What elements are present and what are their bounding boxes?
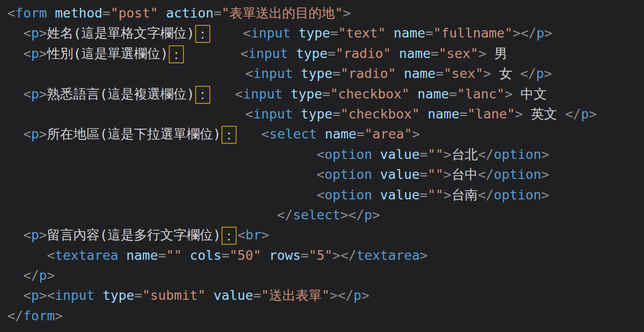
- code-token-str: "表單送出的目的地": [221, 5, 343, 20]
- code-token-text: [261, 248, 269, 263]
- code-token-text: [7, 106, 245, 121]
- code-token-text: [372, 167, 380, 182]
- code-token-punct: =: [449, 86, 457, 101]
- code-token-tag: option: [494, 187, 542, 202]
- code-line: <option value="">台南</option>: [7, 185, 644, 205]
- code-token-tag: textarea: [55, 248, 119, 263]
- code-token-punct: =: [221, 248, 229, 263]
- code-line: <p>性別(這是單選欄位)： <input type="radio" name=…: [7, 43, 644, 63]
- code-token-punct: <: [245, 106, 253, 121]
- code-token-punct: <: [317, 167, 324, 182]
- code-token-attr: type: [296, 46, 327, 61]
- code-token-tag: form: [23, 308, 55, 323]
- code-token-text: [7, 25, 23, 40]
- code-token-text: [211, 25, 243, 40]
- code-token-attr: value: [380, 147, 420, 162]
- code-token-punct: >: [333, 248, 341, 263]
- code-token-punct: =: [214, 5, 221, 20]
- code-token-tag: input: [251, 25, 290, 40]
- code-token-text: 台北: [451, 147, 478, 162]
- code-token-punct: >: [483, 66, 491, 81]
- code-token-punct: >: [443, 167, 451, 182]
- code-token-punct: <: [47, 248, 55, 263]
- code-token-punct: =: [333, 66, 341, 81]
- code-token-str: "50": [229, 248, 261, 263]
- code-token-punct: >: [39, 86, 47, 101]
- code-token-punct: =: [327, 46, 335, 61]
- code-token-str: "送出表單": [261, 288, 330, 303]
- code-token-tag: p: [536, 66, 544, 81]
- code-token-punct: <: [235, 86, 243, 101]
- unicode-highlight-box: ：: [221, 227, 237, 245]
- unicode-highlight-box: ：: [195, 25, 210, 43]
- code-token-text: 女: [491, 66, 521, 81]
- code-token-punct: >: [515, 106, 523, 121]
- code-token-text: [7, 167, 317, 182]
- code-token-punct: <: [23, 126, 31, 141]
- code-line: <input type="radio" name="sex"> 女 </p>: [7, 63, 644, 83]
- code-token-text: [185, 46, 241, 61]
- code-token-text: [7, 248, 47, 263]
- code-token-text: 熟悉語言(這是複選欄位): [47, 86, 195, 101]
- code-token-tag: option: [494, 167, 542, 182]
- code-line: <p>熟悉語言(這是複選欄位)： <input type="checkbox" …: [7, 84, 644, 104]
- code-token-attr: value: [380, 167, 420, 182]
- code-token-text: [7, 147, 317, 162]
- code-token-str: "": [166, 248, 182, 263]
- code-token-text: [211, 86, 235, 101]
- code-token-str: "radio": [336, 46, 391, 61]
- code-token-tag: p: [581, 106, 589, 121]
- code-token-punct: =: [460, 106, 467, 121]
- code-token-punct: >: [443, 147, 451, 162]
- code-token-punct: =: [436, 66, 443, 81]
- code-token-punct: >: [39, 288, 47, 303]
- code-token-punct: =: [102, 5, 110, 20]
- code-token-tag: p: [31, 46, 39, 61]
- code-line: <option value="">台北</option>: [7, 144, 644, 164]
- code-token-punct: <: [262, 126, 269, 141]
- unicode-highlight-box: ：: [195, 86, 210, 104]
- code-token-str: "lane": [467, 106, 515, 121]
- code-token-punct: </: [565, 106, 581, 121]
- code-line: <p>姓名(這是單格文字欄位)： <input type="text" name…: [7, 23, 644, 43]
- code-token-punct: >: [478, 46, 486, 61]
- code-token-text: [288, 46, 296, 61]
- code-line: <form method="post" action="表單送出的目的地">: [7, 3, 644, 23]
- code-token-text: [205, 288, 213, 303]
- code-token-text: [282, 86, 290, 101]
- code-token-punct: </: [478, 187, 494, 202]
- code-token-punct: </: [7, 308, 23, 323]
- code-token-str: "checkbox": [330, 86, 410, 101]
- code-token-punct: =: [301, 248, 309, 263]
- code-token-str: "text": [338, 25, 386, 40]
- code-token-punct: =: [134, 288, 142, 303]
- unicode-highlight-box: ：: [169, 45, 184, 63]
- code-token-text: [420, 106, 427, 121]
- code-token-punct: >: [47, 268, 55, 283]
- code-token-attr: type: [299, 25, 330, 40]
- code-token-punct: =: [420, 187, 427, 202]
- code-token-tag: input: [253, 106, 293, 121]
- code-token-text: 英文: [523, 106, 565, 121]
- code-token-text: [158, 5, 166, 20]
- code-token-punct: =: [431, 46, 439, 61]
- code-token-str: "": [428, 167, 444, 182]
- code-token-attr: name: [418, 86, 449, 101]
- code-token-tag: p: [31, 288, 39, 303]
- code-token-punct: >: [372, 207, 380, 222]
- code-token-attr: value: [380, 187, 420, 202]
- code-token-tag: p: [354, 288, 362, 303]
- code-token-punct: >: [39, 227, 47, 242]
- code-token-text: [182, 248, 190, 263]
- code-token-punct: =: [333, 106, 341, 121]
- code-token-attr: name: [394, 25, 425, 40]
- code-token-str: "submit": [142, 288, 205, 303]
- code-token-punct: <: [47, 288, 55, 303]
- code-token-text: [7, 46, 23, 61]
- code-token-tag: option: [494, 147, 542, 162]
- code-token-text: [7, 207, 277, 222]
- code-token-punct: >: [443, 187, 451, 202]
- code-token-punct: </: [520, 66, 536, 81]
- code-token-tag: input: [243, 86, 282, 101]
- code-token-text: 男: [486, 46, 507, 61]
